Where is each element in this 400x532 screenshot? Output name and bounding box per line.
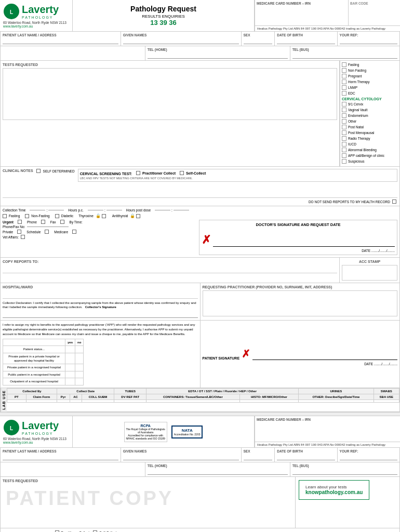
checks-panel: FastingNon FastingPregnantHorm TherapyLN… bbox=[340, 61, 399, 166]
urgent-checkbox[interactable] bbox=[18, 220, 22, 224]
clinical-top-row: CLINICAL NOTES SELF DETERMINED CERVICAL … bbox=[3, 169, 397, 182]
swabs-label: SWABS bbox=[374, 388, 399, 394]
cervical-check-item: 9/1 Cervix bbox=[342, 102, 398, 107]
self-collect-checkbox[interactable] bbox=[180, 171, 184, 175]
tel-home-input[interactable] bbox=[148, 52, 288, 59]
cervical-checkbox[interactable] bbox=[342, 159, 346, 164]
other-detail-cell[interactable] bbox=[299, 400, 374, 402]
sex-input[interactable] bbox=[244, 38, 273, 44]
vet-checkbox[interactable] bbox=[21, 235, 25, 239]
second-tel-bus-field: TEL (BUS) bbox=[290, 462, 399, 476]
containers-cell[interactable] bbox=[146, 400, 240, 402]
checkbox[interactable] bbox=[342, 68, 346, 73]
time-mm-input[interactable] bbox=[48, 210, 64, 210]
last-name-input[interactable] bbox=[3, 38, 118, 44]
second-your-ref-input[interactable] bbox=[340, 454, 397, 460]
fasting-checkbox[interactable] bbox=[3, 214, 7, 218]
histo-cell[interactable] bbox=[239, 400, 298, 402]
ac-cell[interactable] bbox=[70, 400, 82, 402]
dv-ref-cell[interactable] bbox=[114, 400, 146, 402]
cervical-checkbox[interactable] bbox=[342, 142, 346, 147]
cervical-checkbox[interactable] bbox=[342, 136, 346, 141]
nata-logo: NATA Accreditation No. 2203 bbox=[171, 425, 203, 438]
private-checkbox[interactable] bbox=[17, 230, 21, 234]
second-tests-input[interactable] bbox=[3, 484, 293, 526]
checkbox[interactable] bbox=[342, 62, 346, 67]
patient-sig-date: DATE ......../......./........ bbox=[203, 362, 398, 366]
second-tel-home-input[interactable] bbox=[148, 469, 288, 475]
pyr-cell[interactable] bbox=[57, 400, 70, 402]
lab-content: Collected By Collect Date TUBES EDTA / O… bbox=[7, 388, 399, 412]
cervical-checkbox[interactable] bbox=[342, 102, 346, 107]
second-given-names-input[interactable] bbox=[123, 454, 239, 460]
your-ref-input[interactable] bbox=[340, 38, 397, 44]
claim-form-cell[interactable] bbox=[26, 400, 57, 402]
assignment-right: PATIENT SIGNATURE ✗ DATE ......../......… bbox=[201, 321, 400, 388]
cervical-checkbox[interactable] bbox=[342, 119, 346, 124]
check-item: Pregnant bbox=[342, 74, 398, 78]
collection-time-row: Collection Time : Hours p.c. : Hours pos… bbox=[3, 208, 397, 212]
sba-cell[interactable] bbox=[374, 400, 399, 402]
lab-header-row: Collected By Collect Date TUBES EDTA / O… bbox=[7, 388, 399, 394]
hours-pc-input[interactable] bbox=[88, 210, 103, 210]
second-patient-row-2: TEL (HOME) TEL (BUS) bbox=[1, 462, 399, 476]
cervical-checkbox[interactable] bbox=[342, 108, 346, 112]
copy-reports-input[interactable] bbox=[3, 265, 337, 273]
phone-fax-input[interactable] bbox=[27, 227, 69, 227]
patient-sig-row: PATIENT SIGNATURE ✗ bbox=[203, 348, 398, 360]
second-dob-input[interactable] bbox=[277, 454, 335, 460]
self-det-checkbox[interactable] bbox=[36, 169, 41, 173]
checkbox[interactable] bbox=[342, 79, 346, 84]
prac-collect-checkbox[interactable] bbox=[136, 171, 140, 175]
header-enquiries-number: 13 39 36 bbox=[150, 19, 177, 26]
second-sex-input[interactable] bbox=[244, 454, 273, 460]
sig-underline[interactable] bbox=[213, 246, 395, 247]
hours-pc2-input[interactable] bbox=[106, 210, 122, 210]
checkbox[interactable] bbox=[342, 74, 346, 78]
cervical-checkbox[interactable] bbox=[342, 113, 346, 118]
checkbox[interactable] bbox=[342, 85, 346, 90]
thyroxine-checkbox[interactable] bbox=[102, 214, 106, 218]
clinical-notes-input[interactable] bbox=[3, 183, 397, 198]
dob-input[interactable] bbox=[277, 38, 335, 44]
hours-post2-input[interactable] bbox=[174, 210, 189, 210]
checkbox[interactable] bbox=[342, 91, 346, 96]
cervical-check-item: Vaginal Vault bbox=[342, 108, 398, 112]
hospital-input[interactable] bbox=[3, 290, 198, 299]
coll-subm-cell[interactable] bbox=[82, 400, 114, 402]
given-names-input[interactable] bbox=[123, 38, 239, 44]
second-logo-pathology: PATHOLOGY bbox=[22, 432, 59, 435]
dnt-row: DO NOT SEND REPORTS TO MY HEALTH RECORD bbox=[3, 200, 397, 204]
tel-bus-input[interactable] bbox=[292, 52, 397, 59]
second-last-name-input[interactable] bbox=[3, 454, 118, 460]
logo-name: Laverty bbox=[22, 4, 59, 16]
medicare-coll-checkbox[interactable] bbox=[72, 230, 76, 234]
cervical-checkbox[interactable] bbox=[342, 148, 346, 152]
fax-checkbox[interactable] bbox=[60, 220, 64, 224]
tests-input-area[interactable] bbox=[3, 68, 337, 120]
learn-title: Learn about your tests bbox=[305, 485, 363, 489]
second-cervical-section: CERVICAL SCREENING TEST: Practitioner Co… bbox=[0, 528, 400, 532]
hours-post-input[interactable] bbox=[155, 210, 170, 210]
cervical-checkbox[interactable] bbox=[342, 125, 346, 129]
collector-sig-input[interactable] bbox=[3, 312, 198, 318]
phone-checkbox[interactable] bbox=[41, 220, 45, 224]
non-fasting-checkbox[interactable] bbox=[25, 214, 29, 218]
schedule-checkbox[interactable] bbox=[45, 230, 49, 234]
patient-sig-underline[interactable] bbox=[252, 360, 397, 360]
urgency-sig-row: Urgent Phone Fax By Time: Phone/Fax No: … bbox=[3, 220, 397, 255]
diabetic-checkbox[interactable] bbox=[55, 214, 59, 218]
dob-field: DATE OF BIRTH bbox=[275, 32, 337, 46]
second-tel-bus-input[interactable] bbox=[292, 469, 397, 475]
logo-www: www.laverty.com.au bbox=[3, 24, 69, 28]
cervical-checkbox[interactable] bbox=[342, 153, 346, 158]
antithyroid-checkbox[interactable] bbox=[136, 214, 140, 218]
header-enquiries-label: RESULTS ENQUIRIES bbox=[142, 14, 185, 19]
pt-cell[interactable] bbox=[7, 400, 26, 402]
dnt-checkbox[interactable] bbox=[392, 200, 396, 204]
cervical-check-item: Abnormal Bleeding bbox=[342, 148, 398, 152]
cervical-checkbox[interactable] bbox=[342, 130, 346, 135]
second-logo-name: Laverty bbox=[22, 420, 59, 432]
requesting-prac-input[interactable] bbox=[203, 290, 398, 316]
time-hh-input[interactable] bbox=[30, 210, 45, 210]
